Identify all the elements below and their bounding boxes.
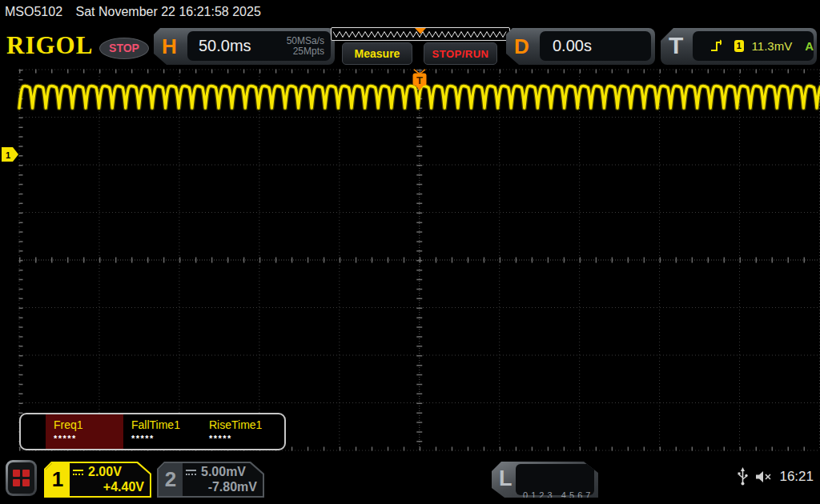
waveform-display[interactable]: T1 Freq1 ***** FallTime1 ***** RiseTime1… bbox=[0, 69, 820, 453]
sample-rate: 50MSa/s bbox=[287, 36, 324, 46]
delay-label: D bbox=[514, 34, 529, 59]
measurement-risetime1[interactable]: RiseTime1 ***** bbox=[201, 414, 279, 449]
status-topbar: MSO5102 Sat November 22 16:21:58 2025 bbox=[0, 0, 820, 24]
channel2-number: 2 bbox=[159, 463, 183, 496]
run-state-badge[interactable]: STOP bbox=[99, 38, 149, 59]
oscilloscope-screen: MSO5102 Sat November 22 16:21:58 2025 RI… bbox=[0, 0, 820, 504]
svg-text:T: T bbox=[416, 74, 423, 86]
bottom-bar: 1 2.00V +4.40V 2 5.00mV -7.80mV bbox=[0, 453, 820, 504]
stop-run-button[interactable]: STOP/RUN bbox=[424, 42, 497, 65]
delay-panel: 0.00s bbox=[540, 31, 651, 61]
trigger-source-badge: 1 bbox=[734, 40, 744, 52]
measurement-results-box: Freq1 ***** FallTime1 ***** RiseTime1 **… bbox=[19, 413, 286, 450]
trigger-label: T bbox=[669, 32, 683, 59]
channel2-block[interactable]: 2 5.00mV -7.80mV bbox=[157, 462, 264, 498]
measurement-falltime1[interactable]: FallTime1 ***** bbox=[123, 414, 201, 449]
clock-time: 16:21 bbox=[779, 469, 814, 485]
dc-coupling-icon bbox=[73, 470, 83, 475]
header-bar: RIGOL STOP H 50.0ms 50MSa/s 25Mpts Measu… bbox=[0, 24, 820, 69]
rising-edge-icon bbox=[710, 39, 722, 53]
model-name: MSO5102 bbox=[5, 5, 62, 18]
datetime-text: Sat November 22 16:21:58 2025 bbox=[76, 5, 261, 18]
usb-icon bbox=[738, 467, 748, 486]
channel2-offset: -7.80mV bbox=[186, 480, 257, 494]
channel1-scale: 2.00V bbox=[88, 465, 122, 479]
trigger-panel: 1 11.3mV A bbox=[693, 31, 814, 61]
timebase-value: 50.0ms bbox=[187, 37, 287, 55]
channel2-scale: 5.00mV bbox=[201, 465, 246, 479]
logic-channels-block[interactable]: L 0 1 2 3 4 5 6 7 8 9 1011 12131415 bbox=[492, 462, 598, 498]
measure-button[interactable]: Measure bbox=[342, 42, 412, 65]
measurement-freq1[interactable]: Freq1 ***** bbox=[46, 414, 123, 449]
horizontal-settings-tab[interactable]: H 50.0ms 50MSa/s 25Mpts bbox=[154, 28, 335, 65]
trigger-tab[interactable]: T 1 11.3mV A bbox=[661, 28, 817, 65]
delay-value: 0.00s bbox=[540, 37, 592, 55]
trigger-level-value: 11.3mV bbox=[752, 39, 793, 53]
rigol-logo: RIGOL bbox=[6, 31, 93, 60]
status-icons: 16:21 bbox=[738, 467, 814, 486]
logic-label: L bbox=[499, 466, 512, 491]
horizontal-label: H bbox=[162, 34, 177, 59]
graticule-and-trace: T1 bbox=[0, 69, 820, 453]
trigger-mode: A bbox=[805, 39, 814, 53]
channel1-level-marker[interactable]: 1 bbox=[2, 147, 18, 162]
dc-coupling-icon bbox=[186, 470, 196, 475]
acquisition-info: 50MSa/s 25Mpts bbox=[287, 36, 331, 57]
channel1-block[interactable]: 1 2.00V +4.40V bbox=[44, 462, 151, 498]
svg-text:1: 1 bbox=[6, 150, 10, 160]
speaker-muted-icon bbox=[755, 470, 772, 483]
waveform-preview-bar[interactable] bbox=[331, 27, 510, 41]
horizontal-panel: 50.0ms 50MSa/s 25Mpts bbox=[187, 31, 331, 61]
logic-channel-numbers: 0 1 2 3 4 5 6 7 8 9 1011 12131415 bbox=[516, 464, 594, 495]
preview-zigzag-icon bbox=[332, 28, 509, 40]
memory-depth: 25Mpts bbox=[287, 46, 324, 57]
delay-tab[interactable]: D 0.00s bbox=[506, 28, 655, 65]
channel1-number: 1 bbox=[46, 463, 70, 496]
quad-squares-menu-icon[interactable] bbox=[6, 460, 37, 496]
channel1-offset: +4.40V bbox=[73, 480, 144, 494]
